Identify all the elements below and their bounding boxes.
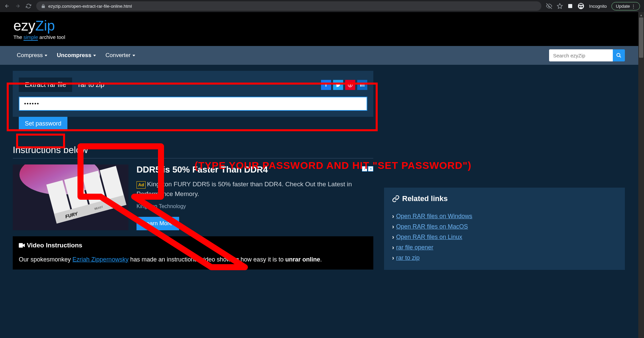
- ad-description: Kingston FURY DDR5 is 50% faster than DD…: [137, 181, 352, 197]
- browser-chrome: ezyzip.com/open-extract-rar-file-online.…: [0, 0, 644, 12]
- lock-icon: [41, 4, 46, 8]
- chevron-right-icon: ›: [392, 234, 394, 241]
- video-instructions-section: Video Instructions Our spokesmonkey Ezri…: [13, 236, 373, 270]
- ad-badge: Ad: [137, 181, 146, 189]
- svg-point-4: [617, 53, 620, 56]
- address-bar[interactable]: ezyzip.com/open-extract-rar-file-online.…: [36, 1, 541, 11]
- incognito-label: Incognito: [589, 4, 607, 9]
- related-link[interactable]: Open RAR files on Linux: [396, 234, 462, 241]
- search-button[interactable]: [613, 49, 625, 61]
- chevron-down-icon: [93, 55, 96, 56]
- chevron-down-icon: [45, 55, 47, 56]
- password-input[interactable]: [19, 97, 367, 111]
- linkedin-icon[interactable]: in: [357, 80, 367, 90]
- video-heading: Video Instructions: [19, 242, 367, 249]
- search-icon: [616, 53, 622, 58]
- scroll-up-icon: ▴: [638, 12, 644, 17]
- related-link[interactable]: rar file opener: [396, 244, 433, 251]
- reload-button[interactable]: [25, 3, 32, 9]
- related-item: ›rar to zip: [392, 253, 617, 263]
- ad-image[interactable]: FURY BEAST: [13, 164, 128, 230]
- chevron-right-icon: ›: [392, 213, 394, 220]
- svg-point-3: [581, 6, 583, 7]
- related-item: ›Open RAR files on MacOS: [392, 222, 617, 232]
- facebook-icon[interactable]: f: [321, 80, 331, 90]
- chevron-right-icon: ›: [392, 254, 394, 261]
- search-input[interactable]: [549, 49, 613, 61]
- tab-rar-to-zip[interactable]: rar to zip: [72, 78, 110, 92]
- related-link[interactable]: Open RAR files on MacOS: [396, 223, 468, 230]
- ad-block: i ✕ FURY BEAST: [13, 164, 373, 230]
- nav-uncompress[interactable]: Uncompress: [53, 49, 99, 62]
- tagline: The simple archive tool: [13, 34, 638, 40]
- related-link[interactable]: Open RAR files on Windows: [396, 213, 472, 220]
- incognito-icon: [578, 3, 584, 9]
- update-button[interactable]: Update⋮: [611, 2, 640, 10]
- related-item: ›rar file opener: [392, 242, 617, 253]
- twitter-icon[interactable]: [333, 80, 343, 90]
- svg-rect-0: [568, 4, 572, 8]
- ad-title: DDR5 is 50% Faster Than DDR4: [137, 164, 373, 175]
- page-content: (TYPE YOUR PASSWORD AND HIT "SET PASSWOR…: [0, 12, 638, 338]
- back-button[interactable]: [4, 3, 10, 9]
- svg-rect-15: [19, 243, 23, 248]
- chevron-right-icon: ›: [392, 244, 394, 251]
- extract-panel: Extract rar file rar to zip f in: [13, 71, 373, 117]
- site-logo[interactable]: ezyZip: [13, 19, 638, 33]
- pinterest-icon[interactable]: [345, 80, 355, 90]
- chevron-down-icon: [132, 55, 135, 56]
- related-links-panel: Related links ›Open RAR files on Windows…: [384, 188, 625, 270]
- extensions-icon[interactable]: [568, 3, 573, 9]
- star-icon[interactable]: [557, 3, 563, 9]
- set-password-button[interactable]: Set password: [19, 117, 67, 131]
- instructions-heading: Instructions below: [13, 145, 373, 158]
- nav-converter[interactable]: Converter: [102, 49, 139, 62]
- video-icon: [19, 243, 25, 248]
- forward-button[interactable]: [15, 3, 21, 9]
- site-header: ezyZip The simple archive tool: [0, 12, 638, 46]
- ad-brand: Kingston Technology: [137, 203, 373, 209]
- chevron-right-icon: ›: [392, 223, 394, 230]
- url-text: ezyzip.com/open-extract-rar-file-online.…: [48, 4, 132, 9]
- scrollbar-thumb[interactable]: [639, 17, 643, 58]
- ad-learn-more-button[interactable]: Learn More: [137, 217, 179, 230]
- svg-point-2: [579, 6, 581, 7]
- spokesmonkey-link[interactable]: Ezriah Zippernowsky: [72, 256, 128, 263]
- related-item: ›Open RAR files on Linux: [392, 232, 617, 242]
- tab-extract-rar[interactable]: Extract rar file: [19, 78, 72, 92]
- video-text: Our spokesmonkey Ezriah Zippernowsky has…: [19, 255, 367, 264]
- link-icon: [392, 195, 399, 202]
- related-item: ›Open RAR files on Windows: [392, 211, 617, 222]
- nav-compress[interactable]: Compress: [13, 49, 51, 62]
- related-heading: Related links: [392, 194, 617, 203]
- main-nav: Compress Uncompress Converter: [0, 46, 638, 65]
- related-link[interactable]: rar to zip: [396, 254, 420, 261]
- eye-off-icon[interactable]: [546, 3, 552, 9]
- scrollbar[interactable]: ▴: [638, 12, 644, 338]
